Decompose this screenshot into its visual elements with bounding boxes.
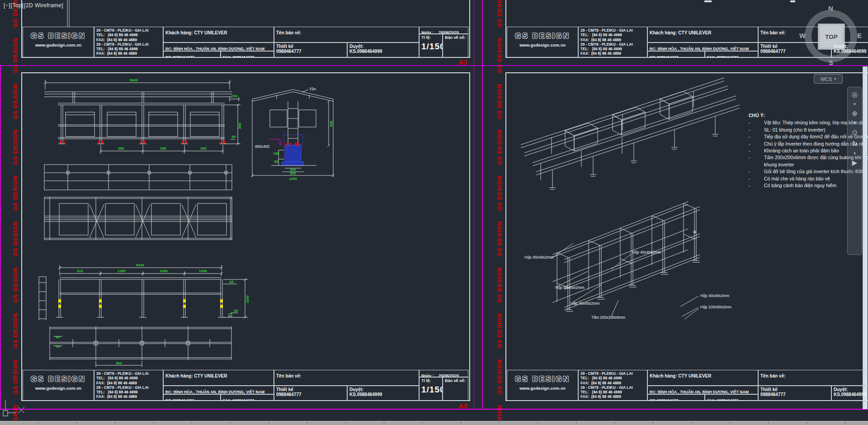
svg-text:950: 950 [200, 146, 207, 151]
chevron-down-icon[interactable]: ▾ [854, 151, 856, 155]
company-logo: GS DESIGN [509, 32, 576, 41]
date-cell: Ngày : 25/06/2020 [419, 370, 468, 377]
title-block: GS DESIGN www.gsdesign.com.vn 29 - CMT8 … [507, 27, 868, 58]
approver-value: KS.0988464999 [349, 49, 417, 54]
navigation-bar[interactable]: ◎ ▾ ⊕ ▾ ⊙ ↻ ▾ ▶ [847, 87, 862, 255]
logo-cell: GS DESIGN www.gsdesign.com.vn [507, 370, 578, 401]
sheet-number-label: Bản vẽ số: [445, 378, 466, 383]
svg-text:950: 950 [160, 146, 166, 151]
svg-text:1200: 1200 [289, 177, 297, 181]
date-value: 25/06/2020 [439, 30, 459, 34]
svg-text:1350: 1350 [199, 269, 207, 273]
scale-value: 1/150 [421, 42, 440, 52]
wcs-label: WCS [821, 76, 832, 82]
fax: FAX. 0988464777 [707, 55, 738, 58]
fax: FAX. 0988464777 [223, 55, 254, 58]
fax: FAX. 0988464777 [707, 398, 738, 401]
designer-value: 0988464777 [760, 49, 829, 54]
drawing-lines: 5600 230 850 50 950 950 950 5440 910 135… [0, 0, 868, 425]
horizontal-scrollbar[interactable] [0, 421, 868, 425]
scale-cell: Tỉ lệ: 1/150 [419, 377, 443, 401]
customer-label: Khách hàng: CTY UNILEVER [165, 30, 227, 35]
site-address-cell: ĐC: BÌNH HÒA , THUẬN AN, BÌNH DƯƠNG, VIỆ… [163, 386, 274, 394]
approver-value: KS.0988464999 [834, 49, 868, 54]
designer-label: Thiết kế [760, 387, 829, 392]
viewport-minimize-control[interactable]: [−] [4, 2, 10, 9]
viewport-controls: [−][Top][2D Wireframe] [4, 2, 64, 9]
viewport-border-horizontal-top [0, 65, 868, 66]
drawing-name-label: Tên bản vẽ: [276, 30, 302, 35]
drawing-name-label: Tên bản vẽ: [760, 30, 786, 35]
svg-text:910: 910 [77, 269, 83, 273]
view-plan-top [44, 165, 232, 190]
scale-label: Tỉ lệ: [421, 35, 440, 40]
company-logo: GS DESIGN [25, 32, 92, 41]
phone: ĐT: 0988464777 [650, 55, 679, 58]
designer-label: Thiết kế [760, 44, 829, 49]
steering-wheel-icon[interactable]: ◎ [852, 91, 858, 98]
site-address: ĐC: BÌNH HÒA , THUẬN AN, BÌNH DƯƠNG, VIỆ… [165, 47, 264, 51]
approver-cell: Duyệt: KS.0988464999 [831, 386, 868, 401]
svg-text:Hộp 50x50x2mm: Hộp 50x50x2mm [555, 285, 584, 290]
svg-text:150: 150 [273, 151, 279, 156]
phone-cell: ĐT: 0988464777 [647, 394, 705, 401]
svg-text:945: 945 [329, 121, 333, 127]
chevron-down-icon: ▾ [834, 77, 836, 81]
customer-cell: Khách hàng: CTY UNILEVER [163, 27, 274, 42]
view-plan-bottom [50, 326, 231, 367]
svg-text:500: 500 [290, 171, 296, 175]
sheet-number-cell: Bản vẽ số: [443, 34, 468, 58]
designer-label: Thiết kế [276, 44, 345, 49]
customer-label: Khách hàng: CTY UNILEVER [165, 373, 227, 378]
site-address-cell: ĐC: BÌNH HÒA , THUẬN AN, BÌNH DƯƠNG, VIỆ… [163, 42, 274, 51]
company-address: 29 - CMT8 - PLEIKU - GIA LAI TEL: (84 8)… [580, 371, 645, 399]
logo-cell: GS DESIGN www.gsdesign.com.vn [23, 27, 94, 58]
logo-cell: GS DESIGN www.gsdesign.com.vn [23, 370, 94, 401]
orbit-icon[interactable]: ↻ [852, 140, 858, 147]
drawing-name-label: Tên bản vẽ: [760, 373, 786, 378]
wcs-dropdown[interactable]: WCS ▾ [814, 74, 843, 84]
fax: FAX. 0988464777 [223, 398, 254, 401]
designer-value: 0988464777 [276, 49, 345, 54]
designer-label: Thiết kế [276, 387, 345, 392]
zoom-icon[interactable]: ⊙ [852, 129, 858, 136]
chevron-down-icon[interactable]: ▾ [854, 121, 856, 125]
scale-value: 1/150 [421, 385, 440, 395]
viewport-border-horizontal-bottom [0, 409, 868, 410]
svg-text:Hộp 40x40x2mm: Hộp 40x40x2mm [632, 250, 661, 255]
approver-cell: Duyệt: KS.0988464999 [831, 42, 868, 58]
date-label: Ngày : [421, 30, 434, 34]
visual-style-control[interactable]: [2D Wireframe] [24, 2, 63, 9]
fax-cell: FAX. 0988464777 [221, 394, 274, 401]
view-frame-elevation [39, 265, 248, 320]
company-logo: GS DESIGN [509, 375, 576, 384]
customer-cell: Khách hàng: CTY UNILEVER [647, 370, 758, 386]
designer-cell: Thiết kế 0988464777 [758, 386, 831, 401]
svg-text:Hộp 40x40x2mm: Hộp 40x40x2mm [524, 255, 553, 260]
viewcube-north[interactable]: N [828, 5, 833, 12]
pan-icon[interactable]: ⊕ [852, 110, 858, 117]
approver-cell: Duyệt: KS.0988464999 [347, 42, 419, 58]
company-website: www.gsdesign.com.vn [509, 42, 576, 47]
vertical-scrollbar[interactable] [863, 66, 868, 409]
date-label: Ngày : [421, 373, 434, 377]
svg-text:950: 950 [118, 146, 124, 151]
title-block: GS DESIGN www.gsdesign.com.vn 29 - CMT8 … [23, 27, 468, 58]
chevron-down-icon[interactable]: ▾ [854, 102, 856, 106]
customer-label: Khách hàng: CTY UNILEVER [650, 30, 712, 35]
svg-text:Tấm 200x200x6mm: Tấm 200x200x6mm [591, 315, 625, 320]
viewport-border-vertical-left [0, 65, 1, 410]
designer-cell: Thiết kế 0988464777 [274, 386, 347, 401]
scale-cell: Tỉ lệ: 1/150 [419, 34, 443, 58]
svg-text:Hộp 40x40x2mm: Hộp 40x40x2mm [571, 301, 599, 306]
drawing-name-cell: Tên bản vẽ: [274, 27, 419, 42]
title-block: GS DESIGN www.gsdesign.com.vn 29 - CMT8 … [23, 370, 468, 401]
drawing-name-cell: Tên bản vẽ: [758, 27, 868, 42]
view-control[interactable]: [Top] [11, 2, 24, 9]
show-motion-icon[interactable]: ▶ [852, 159, 858, 166]
approver-value: KS.0988464999 [834, 392, 868, 397]
viewcube-south[interactable]: S [829, 59, 833, 66]
designer-value: 0988464777 [276, 392, 345, 397]
fax-cell: FAX. 0988464777 [705, 51, 758, 58]
company-website: www.gsdesign.com.vn [25, 386, 92, 391]
